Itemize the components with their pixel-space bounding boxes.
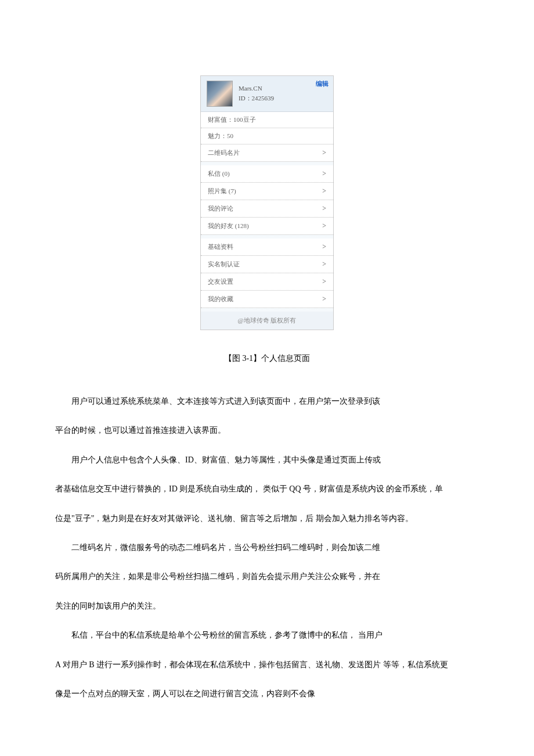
list-section-1: 私信 (0) > 照片集 (7) > 我的评论 > 我的好友 (128) > [201, 165, 333, 235]
realname-row[interactable]: 实名制认证 > [201, 256, 333, 273]
chevron-right-icon: > [322, 277, 326, 286]
chevron-right-icon: > [322, 187, 326, 196]
profile-id: ID：2425639 [239, 94, 327, 103]
para-2a: 用户个人信息中包含个人头像、ID、财富值、魅力等属性，其中头像是通过页面上传或 [55, 446, 479, 475]
comments-row[interactable]: 我的评论 > [201, 200, 333, 218]
friends-label: 我的好友 (128) [208, 222, 249, 230]
chevron-right-icon: > [322, 260, 326, 269]
phone-mockup: Mars.CN ID：2425639 编辑 财富值：100豆子 魅力：50 二维… [200, 75, 334, 330]
profile-row[interactable]: 基础资料 > [201, 238, 333, 256]
profile-header: Mars.CN ID：2425639 编辑 [201, 76, 333, 112]
wealth-row: 财富值：100豆子 [201, 112, 333, 128]
qrcard-row[interactable]: 二维码名片 > [201, 144, 333, 162]
friends-row[interactable]: 我的好友 (128) > [201, 218, 333, 235]
charm-row: 魅力：50 [201, 128, 333, 144]
para-1b: 平台的时候，也可以通过首推连接进入该界面。 [55, 416, 479, 445]
favorites-row[interactable]: 我的收藏 > [201, 291, 333, 308]
chevron-right-icon: > [322, 243, 326, 251]
qrcard-label: 二维码名片 [208, 149, 240, 157]
footer-bar: @地球传奇 版权所有 [201, 312, 333, 330]
figure-caption: 【图 3-1】个人信息页面 [0, 353, 534, 364]
profile-info: Mars.CN ID：2425639 [239, 85, 327, 103]
favorites-label: 我的收藏 [208, 295, 233, 303]
photos-row[interactable]: 照片集 (7) > [201, 183, 333, 200]
chevron-right-icon: > [322, 204, 326, 213]
profile-name: Mars.CN [239, 85, 327, 92]
profile-label: 基础资料 [208, 243, 233, 251]
messages-row[interactable]: 私信 (0) > [201, 165, 333, 183]
chevron-right-icon: > [322, 169, 326, 178]
para-4a: 私信，平台中的私信系统是给单个公号粉丝的留言系统，参考了微博中的私信， 当用户 [55, 621, 479, 650]
para-3c: 关注的同时加该用户的关注。 [55, 592, 479, 621]
avatar[interactable] [207, 81, 233, 107]
chevron-right-icon: > [322, 149, 326, 157]
comments-label: 我的评论 [208, 204, 233, 213]
para-4b: A 对用户 B 进行一系列操作时，都会体现在私信系统中，操作包括留言、送礼物、发… [55, 650, 479, 679]
edit-link[interactable]: 编辑 [316, 79, 329, 88]
social-row[interactable]: 交友设置 > [201, 273, 333, 291]
chevron-right-icon: > [322, 222, 326, 230]
body-text: 用户可以通过系统系统菜单、文本连接等方式进入到该页面中，在用户第一次登录到该 平… [0, 387, 534, 708]
social-label: 交友设置 [208, 277, 233, 286]
para-1a: 用户可以通过系统系统菜单、文本连接等方式进入到该页面中，在用户第一次登录到该 [55, 387, 479, 416]
chevron-right-icon: > [322, 295, 326, 303]
messages-label: 私信 (0) [208, 169, 230, 178]
realname-label: 实名制认证 [208, 260, 240, 269]
para-2b: 者基础信息交互中进行替换的，ID 则是系统自动生成的， 类似于 QQ 号，财富值… [55, 475, 479, 504]
para-2c: 位是"豆子"，魅力则是在好友对其做评论、送礼物、留言等之后增加，后 期会加入魅力… [55, 504, 479, 533]
para-3b: 码所属用户的关注，如果是非公号粉丝扫描二维码，则首先会提示用户关注公众账号，并在 [55, 562, 479, 591]
photos-label: 照片集 (7) [208, 187, 236, 196]
list-section-2: 基础资料 > 实名制认证 > 交友设置 > 我的收藏 > [201, 238, 333, 308]
para-4c: 像是一个点对点的聊天室，两人可以在之间进行留言交流，内容则不会像 [55, 679, 479, 708]
para-3a: 二维码名片，微信服务号的动态二维码名片，当公号粉丝扫码二维码时，则会加该二维 [55, 533, 479, 562]
